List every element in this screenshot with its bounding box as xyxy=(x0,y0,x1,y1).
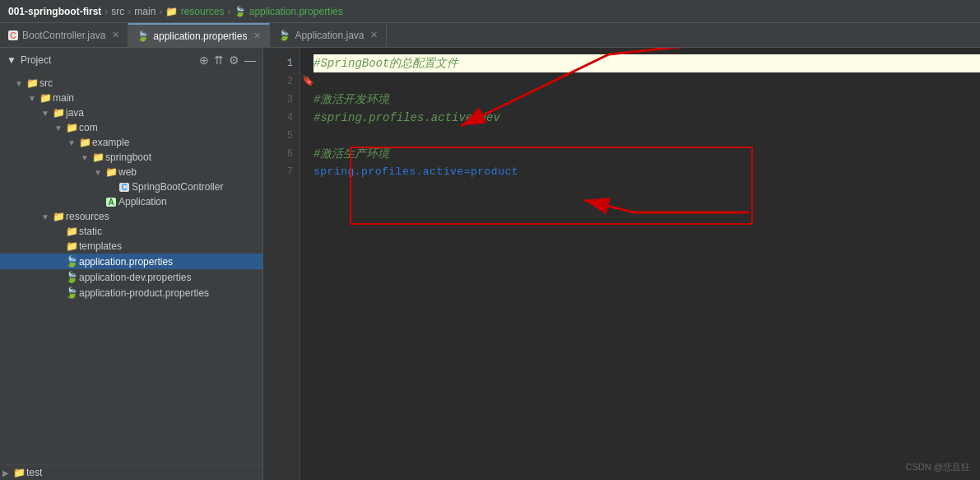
tree-item-web[interactable]: ▼ 📁 web xyxy=(0,165,262,179)
sidebar-actions: ⊕ ⇈ ⚙ — xyxy=(199,54,256,67)
tree-item-example[interactable]: ▼ 📁 example xyxy=(0,135,262,150)
folder-icon: 📁 xyxy=(64,240,79,252)
tree-label: Application xyxy=(118,196,262,207)
java-app-icon: A xyxy=(104,196,118,207)
tab-props-icon: 🍃 xyxy=(137,30,149,42)
tree-label: static xyxy=(79,226,262,237)
line-num-1: 1 xyxy=(270,54,293,72)
folder-icon: 📁 xyxy=(38,92,53,104)
tree-item-appprops[interactable]: 🍃 application.properties xyxy=(0,254,262,269)
footer-credit: CSDN @悲且狂 xyxy=(906,461,970,473)
code-text-7: spring.profiles.active=product xyxy=(314,163,518,181)
tree-item-appdev[interactable]: 🍃 application-dev.properties xyxy=(0,269,262,285)
breadcrumb: 001-springboot-first › src › main › 📁 re… xyxy=(8,6,343,17)
title-bar: 001-springboot-first › src › main › 📁 re… xyxy=(0,0,980,23)
tab-bar: C BootController.java ✕ 🍃 application.pr… xyxy=(0,23,980,48)
tree-item-test[interactable]: ▶ 📁 test xyxy=(0,465,262,480)
tree-item-controller[interactable]: C SpringBootController xyxy=(0,179,262,194)
minimize-icon[interactable]: — xyxy=(244,54,256,67)
tree-label: resources xyxy=(66,211,262,222)
tab-app-icon: 🍃 xyxy=(278,30,290,41)
tree-label: java xyxy=(66,107,262,119)
code-line-2: 🔖 xyxy=(314,72,980,91)
folder-java-icon: 📁 xyxy=(51,107,66,119)
tab-close-icon[interactable]: ✕ xyxy=(253,30,261,41)
tree-label: test xyxy=(26,467,262,478)
editor-area: 1 2 3 4 5 6 7 #SpringBoot的总配置文件 🔖 xyxy=(263,48,980,480)
sidebar-title-label: Project xyxy=(21,54,51,66)
tab-close-icon[interactable]: ✕ xyxy=(370,30,378,40)
settings-icon[interactable]: ⚙ xyxy=(229,54,239,67)
line-num-4: 4 xyxy=(270,109,293,127)
folder-src-icon: 📁 xyxy=(25,77,39,89)
line-num-3: 3 xyxy=(270,91,293,109)
tree-label: com xyxy=(79,122,262,133)
tab-application-java[interactable]: 🍃 Application.java ✕ xyxy=(270,23,387,47)
tab-label: application.properties xyxy=(153,30,247,42)
tree-item-springboot[interactable]: ▼ 📁 springboot xyxy=(0,150,262,165)
line-num-2: 2 xyxy=(270,72,293,91)
tree-label: templates xyxy=(79,240,262,252)
tree-item-templates[interactable]: 📁 templates xyxy=(0,239,262,254)
editor-content[interactable]: 1 2 3 4 5 6 7 #SpringBoot的总配置文件 🔖 xyxy=(263,48,980,480)
code-lines: #SpringBoot的总配置文件 🔖 #激活开发环境 #spring.prof… xyxy=(300,48,980,480)
bookmark-icon: 🔖 xyxy=(302,72,314,91)
folder-icon: 📁 xyxy=(64,226,79,237)
tab-application-properties[interactable]: 🍃 application.properties ✕ xyxy=(128,23,270,47)
tree-item-application[interactable]: A Application xyxy=(0,194,262,209)
collapse-icon[interactable]: ⇈ xyxy=(214,54,224,67)
locate-icon[interactable]: ⊕ xyxy=(199,54,209,67)
props-icon: 🍃 xyxy=(64,287,79,299)
tree-label: application.properties xyxy=(79,256,262,268)
tree-item-main[interactable]: ▼ 📁 main xyxy=(0,91,262,105)
folder-res-icon: 📁 xyxy=(51,211,66,222)
credit-text: CSDN @悲且狂 xyxy=(906,462,970,472)
props-icon: 🍃 xyxy=(64,255,79,268)
sidebar: ▼ Project ⊕ ⇈ ⚙ — ▼ 📁 src ▼ xyxy=(0,48,263,480)
tab-bootcontroller[interactable]: C BootController.java ✕ xyxy=(0,23,128,47)
tree-label: application-dev.properties xyxy=(79,272,262,283)
tree-label: main xyxy=(53,92,262,104)
folder-icon: 📁 xyxy=(91,151,105,163)
tree-label: web xyxy=(118,166,262,178)
code-text-6: #激活生产环境 xyxy=(314,145,389,163)
folder-icon: 📁 xyxy=(77,137,92,148)
tab-label: Application.java xyxy=(295,30,364,41)
main-layout: ▼ Project ⊕ ⇈ ⚙ — ▼ 📁 src ▼ xyxy=(0,48,980,480)
code-line-6: #激活生产环境 xyxy=(314,145,980,163)
line-numbers: 1 2 3 4 5 6 7 xyxy=(263,48,300,480)
line-num-5: 5 xyxy=(270,127,293,145)
props-icon: 🍃 xyxy=(64,271,79,283)
tree-label: springboot xyxy=(105,151,262,163)
tree-item-appprod[interactable]: 🍃 application-product.properties xyxy=(0,285,262,301)
tree-label: application-product.properties xyxy=(79,287,262,299)
code-text-1: #SpringBoot的总配置文件 xyxy=(314,54,458,72)
code-line-7: spring.profiles.active=product xyxy=(314,163,980,181)
code-text-3: #激活开发环境 xyxy=(314,91,389,109)
tree-item-src[interactable]: ▼ 📁 src xyxy=(0,76,262,91)
code-line-4: #spring.profiles.active=dev xyxy=(314,109,980,127)
sidebar-footer: ▶ 📁 test xyxy=(0,464,262,480)
tree-item-resources[interactable]: ▼ 📁 resources xyxy=(0,209,262,224)
project-name: 001-springboot-first xyxy=(8,6,101,17)
tree-label: src xyxy=(39,77,262,89)
tree-label: example xyxy=(92,137,262,148)
code-line-1: #SpringBoot的总配置文件 xyxy=(314,54,980,72)
java-class-icon: C xyxy=(117,181,132,193)
dropdown-icon: ▼ xyxy=(7,54,16,66)
folder-icon: 📁 xyxy=(12,467,26,478)
tree-label: SpringBootController xyxy=(132,181,262,193)
line-num-6: 6 xyxy=(270,145,293,163)
code-line-3: #激活开发环境 xyxy=(314,91,980,109)
tab-label: BootController.java xyxy=(22,30,105,41)
tree-item-static[interactable]: 📁 static xyxy=(0,224,262,239)
tree-item-com[interactable]: ▼ 📁 com xyxy=(0,120,262,135)
tree-item-java[interactable]: ▼ 📁 java xyxy=(0,105,262,120)
code-text-4: #spring.profiles.active=dev xyxy=(314,109,500,127)
breadcrumb-file: 🍃 application.properties xyxy=(234,6,342,17)
tab-close-icon[interactable]: ✕ xyxy=(112,30,119,40)
sidebar-header: ▼ Project ⊕ ⇈ ⚙ — xyxy=(0,48,262,72)
code-line-5 xyxy=(314,127,980,145)
breadcrumb-main: main xyxy=(134,6,156,17)
sidebar-tree: ▼ 📁 src ▼ 📁 main ▼ 📁 java xyxy=(0,72,262,464)
